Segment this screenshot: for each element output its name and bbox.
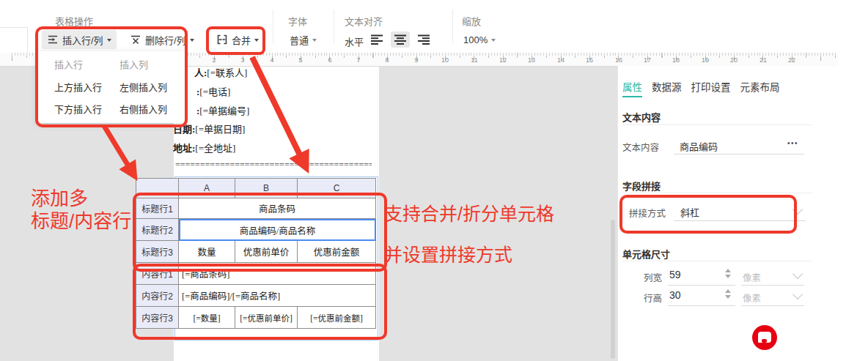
merged-cell-code-name-field[interactable]: [=商品编码]/[=商品名称]: [179, 285, 376, 307]
doc-separator-line: ========================================…: [175, 160, 372, 171]
more-options-icon[interactable]: •••: [787, 139, 798, 147]
doc-field-label: 地址:: [173, 143, 195, 154]
row-header-title3[interactable]: 标题行3: [136, 241, 179, 263]
col-width-stepper[interactable]: [725, 269, 731, 278]
delete-row-col-button[interactable]: 删除行/列: [125, 30, 199, 49]
cell-qty-title[interactable]: 数量: [179, 241, 235, 263]
canvas-scrollbar[interactable]: [611, 220, 615, 359]
tab-data-source[interactable]: 数据源: [652, 79, 682, 94]
table-corner-cell[interactable]: [136, 179, 179, 198]
ruler-number: 17: [644, 56, 651, 64]
text-content-input[interactable]: 商品编码: [680, 139, 718, 153]
input-underline: [668, 285, 735, 286]
doc-field-address[interactable]: 地址:[=全地址]: [173, 141, 235, 155]
field-join-section-heading: 字段拼接: [622, 179, 661, 193]
align-mode-label: 水平: [345, 34, 364, 48]
join-mode-field-label: 拼接方式: [629, 206, 666, 220]
stepper-up-icon[interactable]: [725, 289, 731, 293]
doc-field-contact[interactable]: 人:[=联系人]: [194, 65, 247, 79]
font-style-select[interactable]: 普通: [284, 30, 322, 49]
row-header-content2[interactable]: 内容行2: [136, 285, 179, 307]
stepper-up-icon[interactable]: [725, 269, 731, 272]
zoom-select[interactable]: 100%: [458, 30, 501, 49]
column-header-a[interactable]: A: [179, 179, 235, 198]
align-right-button[interactable]: [414, 31, 433, 48]
menu-item-insert-row-below[interactable]: 下方插入行: [54, 102, 102, 116]
merge-cells-button[interactable]: 合并: [211, 30, 264, 49]
row-height-stepper[interactable]: [725, 289, 731, 299]
delete-row-col-icon: [130, 34, 141, 45]
ruler-number: 15: [586, 56, 593, 64]
annotation-line: 添加多: [31, 187, 88, 209]
menu-item-insert-col-right[interactable]: 右侧插入列: [119, 102, 167, 116]
doc-field-placeholder: [=全地址]: [195, 143, 235, 154]
merged-cell-barcode-field[interactable]: [=商品条码]: [179, 263, 376, 285]
stepper-down-icon[interactable]: [725, 295, 731, 299]
insert-row-col-button[interactable]: 插入行/列: [42, 30, 117, 49]
doc-field-order-no[interactable]: :[=单据编号]: [196, 103, 249, 117]
input-underline: [674, 154, 804, 155]
font-style-value: 普通: [290, 33, 309, 47]
row-height-unit-select[interactable]: 像素: [743, 291, 761, 305]
chevron-down-icon[interactable]: [792, 269, 803, 279]
doc-field-placeholder: [=单据编号]: [199, 105, 249, 116]
text-align-group-label: 文本对齐: [345, 14, 383, 28]
cell-amount-title[interactable]: 优惠前金额: [298, 241, 376, 263]
tab-properties[interactable]: 属性: [622, 79, 642, 94]
menu-item-insert-row[interactable]: 插入行: [54, 57, 83, 71]
stepper-down-icon[interactable]: [725, 275, 731, 278]
align-left-button[interactable]: [367, 31, 386, 48]
chevron-down-icon[interactable]: [792, 204, 803, 215]
input-underline: [668, 305, 735, 306]
row-header-content1[interactable]: 内容行1: [136, 263, 179, 285]
delete-row-col-label: 删除行/列: [145, 33, 186, 47]
annotation-line: 标题/内容行: [31, 210, 131, 232]
menu-item-insert-col[interactable]: 插入列: [119, 57, 148, 71]
ruler-number: 7: [356, 56, 360, 64]
ruler-number: 3: [240, 56, 244, 64]
col-width-input[interactable]: 59: [669, 269, 681, 280]
insert-row-col-icon: [47, 34, 59, 45]
row-header-title2[interactable]: 标题行2: [136, 219, 179, 241]
doc-field-phone[interactable]: :[=电话]: [196, 84, 230, 98]
ruler-number: 12: [499, 56, 507, 64]
row-header-title1[interactable]: 标题行1: [136, 198, 179, 219]
table-ops-group-label: 表格操作: [55, 14, 93, 28]
align-center-button[interactable]: [391, 31, 410, 48]
ruler-number: 13: [528, 56, 535, 64]
annotation-merge-split: 支持合并/折分单元格: [384, 203, 554, 226]
ruler-number: 8: [385, 56, 389, 64]
doc-field-date[interactable]: 日期:[=单据日期]: [173, 122, 245, 135]
row-height-input[interactable]: 30: [669, 289, 681, 301]
join-mode-select[interactable]: 斜杠: [680, 205, 699, 219]
active-tab-underline: [622, 96, 642, 97]
section-divider: [622, 193, 812, 193]
tab-print-settings[interactable]: 打印设置: [691, 79, 731, 94]
section-divider: [622, 124, 812, 125]
merged-cell-code-name-title-selected[interactable]: 商品编码/商品名称: [179, 219, 376, 241]
col-width-unit-select[interactable]: 像素: [743, 270, 761, 284]
cell-price-field[interactable]: [=优惠前单价]: [235, 307, 298, 329]
ruler-number: 14: [557, 56, 564, 64]
feedback-chat-bubble-icon[interactable]: [752, 325, 777, 350]
insert-row-col-menu: 插入行 插入列 上方插入行 左侧插入列 下方插入行 右侧插入列: [37, 51, 185, 123]
chevron-down-icon[interactable]: [792, 289, 803, 299]
cell-qty-field[interactable]: [=数量]: [179, 307, 235, 329]
tab-element-layout[interactable]: 元素布局: [740, 79, 780, 94]
ruler-number: 10: [441, 56, 449, 64]
doc-field-placeholder: [=电话]: [199, 86, 230, 97]
cell-price-title[interactable]: 优惠前单价: [235, 241, 298, 263]
toolbar-divider: [452, 10, 453, 43]
align-center-icon: [394, 34, 407, 45]
ruler-number: 11: [471, 56, 477, 64]
text-content-field-label: 文本内容: [622, 140, 659, 154]
column-header-c[interactable]: C: [298, 179, 376, 198]
cell-amount-field[interactable]: [=优惠前金额]: [298, 307, 376, 329]
menu-item-insert-col-left[interactable]: 左侧插入列: [119, 80, 167, 94]
column-header-b[interactable]: B: [235, 179, 298, 198]
menu-item-insert-row-above[interactable]: 上方插入行: [54, 80, 102, 94]
merged-cell-barcode-title[interactable]: 商品条码: [179, 198, 376, 219]
row-header-content3[interactable]: 内容行3: [136, 307, 179, 329]
ruler-number: 21: [760, 56, 767, 64]
doc-field-placeholder: [=单据日期]: [195, 124, 245, 135]
